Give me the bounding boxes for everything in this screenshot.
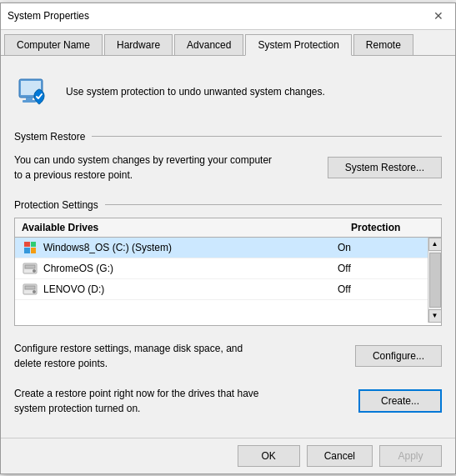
svg-point-6 <box>33 269 36 273</box>
tab-advanced[interactable]: Advanced <box>174 34 243 56</box>
drive-protection: Off <box>338 263 421 274</box>
tab-remote[interactable]: Remote <box>353 34 413 56</box>
folder-icon <box>22 300 38 301</box>
system-restore-section: System Restore You can undo system chang… <box>14 131 442 186</box>
title-bar: System Properties ✕ <box>1 3 455 30</box>
scroll-up-button[interactable]: ▲ <box>428 238 442 251</box>
col-protection-header: Protection <box>351 222 434 233</box>
protection-section: Protection Settings Available Drives Pro… <box>14 199 442 326</box>
cancel-button[interactable]: Cancel <box>307 445 373 467</box>
window-title: System Properties <box>8 10 89 22</box>
tab-content: Use system protection to undo unwanted s… <box>1 56 455 438</box>
drive-protection: Off <box>338 300 421 301</box>
disk-icon <box>22 262 38 275</box>
drive-name: DDD_DRV <box>43 300 338 301</box>
disk-icon <box>22 283 38 296</box>
windows-icon <box>22 241 38 254</box>
header-section: Use system protection to undo unwanted s… <box>14 66 442 119</box>
drive-name: Windows8_OS (C:) (System) <box>43 242 338 253</box>
system-restore-button[interactable]: System Restore... <box>328 157 442 178</box>
drives-list: Windows8_OS (C:) (System) On <box>15 238 428 301</box>
configure-row: Configure restore settings, manage disk … <box>14 338 442 374</box>
drive-protection: Off <box>338 283 421 295</box>
drive-row[interactable]: DDD_DRV Off <box>15 300 428 301</box>
svg-rect-3 <box>23 100 36 103</box>
drives-table-header: Available Drives Protection <box>15 218 441 238</box>
svg-rect-8 <box>25 286 35 289</box>
drive-name: LENOVO (D:) <box>43 283 338 295</box>
system-restore-title: System Restore <box>14 131 442 143</box>
system-properties-window: System Properties ✕ Computer Name Hardwa… <box>0 3 456 474</box>
scroll-thumb[interactable] <box>429 253 441 308</box>
configure-button[interactable]: Configure... <box>355 345 442 367</box>
svg-rect-5 <box>25 265 35 268</box>
drive-row[interactable]: LENOVO (D:) Off <box>15 279 428 300</box>
apply-button[interactable]: Apply <box>379 445 442 467</box>
tab-system-protection[interactable]: System Protection <box>245 34 351 56</box>
restore-description: You can undo system changes by reverting… <box>14 153 273 183</box>
tab-hardware[interactable]: Hardware <box>104 34 173 56</box>
create-button[interactable]: Create... <box>358 389 442 413</box>
create-row: Create a restore point right now for the… <box>14 383 442 419</box>
drive-row[interactable]: ChromeOS (G:) Off <box>15 258 428 279</box>
drive-row[interactable]: Windows8_OS (C:) (System) On <box>15 238 428 258</box>
protection-settings-title: Protection Settings <box>14 199 442 211</box>
shield-icon <box>14 73 54 113</box>
drive-protection: On <box>338 242 421 253</box>
col-drives-header: Available Drives <box>22 222 351 233</box>
tab-computer-name[interactable]: Computer Name <box>4 34 103 56</box>
close-button[interactable]: ✕ <box>428 6 448 26</box>
scrollbar[interactable]: ▲ ▼ <box>428 238 441 323</box>
scroll-down-button[interactable]: ▼ <box>428 309 442 323</box>
configure-description: Configure restore settings, manage disk … <box>14 341 273 371</box>
bottom-bar: OK Cancel Apply <box>1 438 455 473</box>
create-description: Create a restore point right now for the… <box>14 386 273 416</box>
header-text: Use system protection to undo unwanted s… <box>66 85 325 99</box>
drive-name: ChromeOS (G:) <box>43 263 338 274</box>
drives-table: Available Drives Protection <box>14 218 442 326</box>
ok-button[interactable]: OK <box>238 445 300 467</box>
restore-row: You can undo system changes by reverting… <box>14 149 442 186</box>
tab-bar: Computer Name Hardware Advanced System P… <box>1 30 455 56</box>
svg-point-9 <box>33 290 36 293</box>
